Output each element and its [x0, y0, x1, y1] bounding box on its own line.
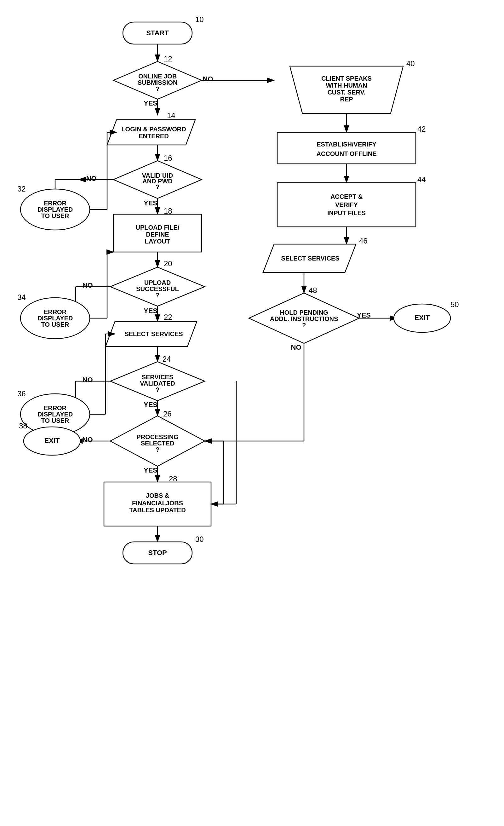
svg-text:INPUT FILES: INPUT FILES	[327, 210, 366, 217]
ref-18: 18	[164, 206, 172, 215]
svg-text:?: ?	[155, 446, 160, 453]
svg-text:ACCEPT &: ACCEPT &	[330, 193, 363, 200]
svg-text:SUCCESSFUL: SUCCESSFUL	[136, 285, 179, 292]
svg-text:EXIT: EXIT	[415, 314, 430, 321]
svg-text:?: ?	[155, 292, 160, 299]
svg-text:VERIFY: VERIFY	[335, 201, 358, 208]
svg-text:SELECT SERVICES: SELECT SERVICES	[124, 331, 183, 337]
ref-10: 10	[195, 15, 204, 23]
svg-text:SUBMISSION: SUBMISSION	[138, 79, 178, 86]
svg-text:NO: NO	[291, 343, 302, 351]
ref-16: 16	[164, 154, 172, 162]
ref-32: 32	[17, 185, 26, 193]
svg-text:?: ?	[155, 386, 160, 393]
svg-text:WITH HUMAN: WITH HUMAN	[326, 82, 367, 89]
ref-50: 50	[450, 300, 459, 309]
ref-12: 12	[164, 55, 172, 63]
svg-text:NO: NO	[82, 376, 93, 384]
ref-24: 24	[163, 355, 171, 363]
svg-text:REP: REP	[340, 96, 353, 103]
svg-text:YES: YES	[144, 307, 158, 315]
svg-text:JOBS &: JOBS &	[146, 492, 169, 499]
svg-text:YES: YES	[144, 99, 158, 107]
svg-text:ERROR: ERROR	[44, 405, 67, 411]
svg-text:NO: NO	[82, 281, 93, 289]
svg-text:?: ?	[155, 183, 160, 190]
svg-text:NO: NO	[86, 175, 97, 182]
svg-text:ACCOUNT OFFLINE: ACCOUNT OFFLINE	[316, 150, 376, 157]
svg-text:UPLOAD FILE/: UPLOAD FILE/	[136, 224, 180, 231]
svg-text:START: START	[146, 29, 169, 37]
svg-text:ONLINE JOB: ONLINE JOB	[138, 73, 177, 80]
svg-text:SELECTED: SELECTED	[141, 440, 175, 447]
svg-text:UPLOAD: UPLOAD	[144, 279, 171, 286]
ref-22: 22	[164, 313, 172, 321]
svg-text:?: ?	[302, 321, 306, 329]
svg-text:CLIENT SPEAKS: CLIENT SPEAKS	[321, 75, 372, 82]
svg-rect-98	[277, 132, 416, 164]
svg-text:YES: YES	[144, 199, 158, 207]
svg-text:ERROR: ERROR	[44, 308, 67, 315]
svg-text:TABLES UPDATED: TABLES UPDATED	[129, 507, 186, 514]
ref-20: 20	[164, 259, 172, 268]
svg-text:STOP: STOP	[148, 549, 167, 557]
svg-text:ERROR: ERROR	[44, 200, 67, 206]
svg-text:ESTABLISH/VERIFY: ESTABLISH/VERIFY	[317, 141, 376, 148]
ref-46: 46	[359, 237, 368, 245]
svg-text:HOLD PENDING: HOLD PENDING	[280, 309, 328, 316]
ref-30: 30	[195, 535, 204, 543]
svg-text:DISPLAYED: DISPLAYED	[38, 315, 73, 321]
svg-text:TO USER: TO USER	[41, 417, 69, 424]
svg-text:PROCESSING: PROCESSING	[136, 433, 178, 440]
svg-text:YES: YES	[144, 401, 158, 409]
svg-text:TO USER: TO USER	[41, 212, 69, 219]
svg-text:ENTERED: ENTERED	[139, 133, 169, 139]
ref-14: 14	[167, 111, 176, 120]
ref-44: 44	[418, 175, 426, 184]
svg-text:TO USER: TO USER	[41, 321, 69, 328]
svg-text:?: ?	[155, 85, 160, 92]
svg-text:VALIDATED: VALIDATED	[140, 380, 175, 387]
ref-38: 38	[19, 421, 27, 430]
svg-text:NO: NO	[82, 436, 93, 444]
ref-28: 28	[169, 474, 177, 483]
svg-text:EXIT: EXIT	[45, 436, 60, 445]
svg-text:DISPLAYED: DISPLAYED	[38, 206, 73, 213]
svg-text:DISPLAYED: DISPLAYED	[38, 411, 73, 418]
ref-26: 26	[163, 410, 172, 418]
svg-text:ADDL. INSTRUCTIONS: ADDL. INSTRUCTIONS	[270, 315, 338, 322]
svg-text:YES: YES	[144, 466, 158, 474]
ref-48: 48	[309, 286, 317, 295]
svg-text:LAYOUT: LAYOUT	[145, 238, 170, 245]
ref-42: 42	[418, 125, 426, 133]
ref-36: 36	[17, 390, 26, 398]
svg-text:SELECT SERVICES: SELECT SERVICES	[281, 255, 339, 262]
diagram-container: START 10 ONLINE JOB SUBMISSION ? 12 YES …	[0, 0, 504, 826]
svg-text:SERVICES: SERVICES	[142, 374, 174, 380]
svg-text:FINANCIALJOBS: FINANCIALJOBS	[132, 499, 183, 507]
ref-34: 34	[17, 293, 26, 301]
svg-text:NO: NO	[203, 75, 213, 83]
svg-text:LOGIN & PASSWORD: LOGIN & PASSWORD	[121, 126, 186, 133]
svg-text:DEFINE: DEFINE	[146, 231, 169, 238]
svg-text:CUST. SERV.: CUST. SERV.	[327, 89, 365, 96]
ref-40: 40	[406, 59, 415, 68]
